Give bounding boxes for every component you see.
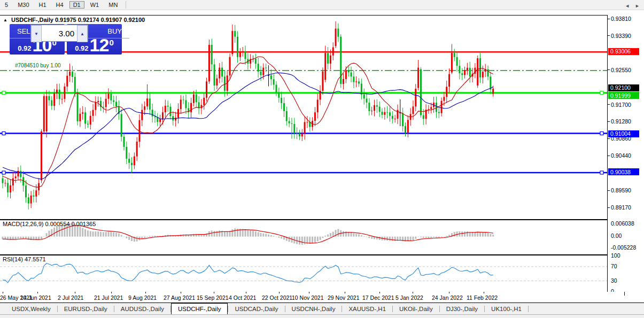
date-axis-tick [214, 292, 214, 293]
price-axis-tick [608, 121, 610, 122]
volume-value[interactable]: 3.00 [42, 25, 77, 41]
date-axis-tick [484, 292, 484, 293]
date-axis-tick [75, 292, 75, 293]
price-axis-tick [608, 138, 610, 139]
price-badge: 0.92100 [608, 84, 639, 91]
tab-scroll-arrows: ◄ ► [625, 0, 640, 12]
tab-scroll-left-icon[interactable]: ◄ [625, 3, 630, 9]
rsi-axis-label: 100 [611, 252, 620, 259]
date-axis-tick [145, 292, 146, 293]
chart-symbol: USDCHF-,Daily [11, 17, 53, 23]
open-order-label: #7084510 buy 1.00 [15, 63, 61, 68]
price-axis-label: 0.89590 [611, 187, 631, 193]
toolbar-separator [126, 1, 126, 9]
ohlc-open: 0.91975 [55, 17, 76, 23]
price-axis-tick [608, 69, 610, 70]
price-axis-label: 0.90440 [611, 152, 631, 159]
price-axis-label: 0.93810 [611, 15, 631, 22]
date-axis-tick [413, 292, 413, 293]
date-axis-label: 10 Nov 2021 [292, 294, 324, 301]
date-axis-tick [379, 292, 380, 293]
main-price-chart[interactable]: ▲ USDCHF-,Daily 0.91975 0.92174 0.91907 … [0, 15, 607, 220]
date-axis-label: 29 Nov 2021 [328, 294, 360, 301]
price-axis-label: 0.89170 [611, 204, 631, 211]
macd-axis-label: 0.006038 [611, 220, 634, 227]
date-axis-label: 24 Jan 2022 [432, 294, 463, 301]
date-axis-tick [111, 292, 112, 293]
price-axis-tick [608, 190, 610, 191]
tab-scroll-right-icon[interactable]: ► [635, 3, 640, 9]
timeframe-button-h1[interactable]: H1 [35, 1, 50, 9]
date-axis-tick [246, 292, 246, 293]
date-axis-tick [181, 292, 181, 293]
price-axis-label: 0.92550 [611, 67, 631, 73]
volume-stepper: ▼ 3.00 ▲ [30, 25, 88, 42]
date-axis-end-tick [624, 292, 625, 296]
chart-tab-usdchf-daily[interactable]: USDCHF-,Daily [171, 303, 228, 314]
chevron-up-icon: ▲ [80, 32, 84, 36]
price-badge: 0.91004 [608, 130, 639, 137]
tab-separator [528, 306, 529, 312]
rsi-axis-label: 70 [611, 263, 617, 269]
chart-tab-ukoil-daily[interactable]: UKOil-,Daily [393, 303, 439, 314]
chart-tab-audusd-daily[interactable]: AUDUSD-,Daily [114, 303, 170, 314]
chevron-down-icon: ▼ [34, 32, 38, 36]
date-axis-tick [449, 292, 449, 293]
date-axis-tick [345, 292, 345, 293]
date-axis-label: 22 Oct 2021 [262, 294, 292, 301]
macd-label: MACD(12,26,9) 0.000554 0.001365 [3, 221, 96, 227]
one-click-trading-panel: SELL 0.92 10 0 BUY 0.92 12 0 [10, 24, 122, 55]
rsi-axis-label: 30 [611, 277, 617, 284]
date-axis-label: 2 Jul 2021 [58, 294, 83, 301]
chart-tab-usdcnh-daily[interactable]: USDCNH-,Daily [285, 303, 342, 314]
date-axis-label: 4 Oct 2021 [229, 294, 256, 301]
status-strip [0, 314, 644, 318]
timeframe-button-w1[interactable]: W1 [87, 1, 103, 9]
collapse-arrow-icon[interactable]: ▲ [3, 18, 7, 22]
date-axis-tick [309, 292, 309, 293]
date-axis-label: 17 Dec 2021 [362, 294, 394, 301]
price-axis: 0.938100.933900.925500.917000.912800.908… [608, 0, 644, 318]
price-axis-label: 0.91280 [611, 118, 631, 125]
chart-tab-usdx-weekly[interactable]: USDX,Weekly [5, 303, 57, 314]
timeframe-button-m30[interactable]: M30 [14, 1, 33, 9]
timeframe-button-5[interactable]: 5 [1, 1, 12, 9]
price-axis-tick [608, 35, 610, 36]
chart-tab-uk100-h1[interactable]: UK100-,H1 [485, 303, 528, 314]
macd-axis-label: -0.005228 [611, 244, 636, 251]
macd-axis-label: 0.00 [611, 232, 622, 239]
ohlc-high: 0.92174 [78, 17, 99, 23]
date-axis-tick [279, 292, 280, 293]
price-badge: 0.91999 [608, 92, 639, 99]
macd-indicator-panel[interactable]: MACD(12,26,9) 0.000554 0.001365 [0, 220, 607, 255]
volume-decrease-button[interactable]: ▼ [31, 25, 42, 42]
date-axis-label: 21 Jul 2021 [94, 294, 123, 301]
rsi-canvas [0, 255, 607, 292]
chart-tab-dj30-daily[interactable]: DJ30-,Daily [440, 303, 484, 314]
timeframe-button-d1[interactable]: D1 [69, 1, 84, 9]
chart-title-ohlc: ▲ USDCHF-,Daily 0.91975 0.92174 0.91907 … [3, 17, 145, 23]
date-axis-label: 5 Jan 2022 [395, 294, 423, 301]
timeframe-button-h4[interactable]: H4 [52, 1, 67, 9]
volume-increase-button[interactable]: ▲ [77, 25, 88, 42]
chart-tab-eurusd-daily[interactable]: EURUSD-,Daily [58, 303, 114, 314]
price-axis-label: 0.93390 [611, 33, 631, 39]
date-axis-tick [37, 292, 38, 293]
rsi-label: RSI(14) 47.5571 [3, 256, 46, 262]
ohlc-close: 0.92100 [123, 17, 145, 23]
ohlc-low: 0.91907 [101, 17, 122, 23]
price-axis-tick [608, 104, 610, 105]
timeframe-button-mn[interactable]: MN [105, 1, 121, 9]
chart-tab-usdcad-daily[interactable]: USDCAD-,Daily [228, 303, 284, 314]
date-axis-tick [3, 292, 3, 293]
chart-tab-xauusd-h1[interactable]: XAUUSD-,H1 [342, 303, 392, 314]
rsi-indicator-panel[interactable]: RSI(14) 47.5571 [0, 255, 607, 292]
date-axis-label: 14 Jun 2021 [20, 294, 51, 301]
trading-platform-window: 5M30H1H4D1W1MN ▲ USDCHF-,Daily 0.91975 0… [0, 0, 644, 318]
price-badge: 0.93006 [608, 48, 639, 55]
price-badge: 0.90038 [608, 168, 639, 175]
chart-tab-bar: USDX,WeeklyEURUSD-,DailyAUDUSD-,DailyUSD… [0, 303, 644, 314]
date-axis-label: 15 Sep 2021 [197, 294, 229, 301]
price-axis-tick [608, 156, 610, 156]
timeframe-toolbar: 5M30H1H4D1W1MN [0, 0, 644, 10]
